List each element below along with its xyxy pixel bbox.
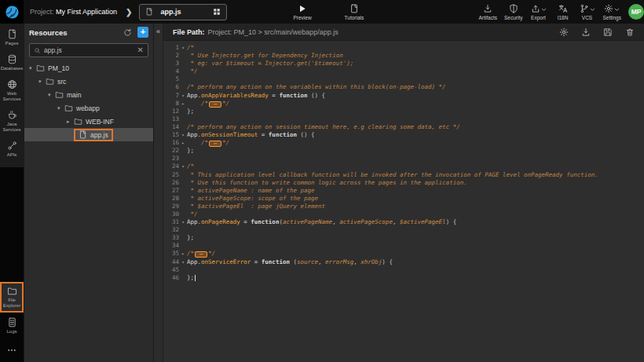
sidebar-item-file-explorer[interactable]: File Explorer bbox=[0, 282, 24, 313]
fold-marker bbox=[179, 108, 187, 115]
tree-item-app-js[interactable]: app.js bbox=[24, 128, 153, 141]
line-number: 28 bbox=[163, 195, 179, 203]
line-number: 7 bbox=[163, 92, 179, 100]
preview-button[interactable]: Preview bbox=[293, 4, 311, 20]
fold-marker[interactable]: ▸ bbox=[179, 250, 187, 258]
search-input[interactable] bbox=[44, 46, 137, 54]
code-line[interactable]: 29 * $activePageEl : page jQuery element bbox=[163, 203, 644, 210]
code-line[interactable]: 28 * activePageScope: scope of the page bbox=[163, 195, 644, 203]
tree-expand-icon[interactable]: ▾ bbox=[29, 65, 36, 71]
fold-marker[interactable]: ▸ bbox=[179, 139, 187, 147]
sidebar-item-label: Databases bbox=[1, 66, 24, 71]
code-editor[interactable]: 1▾/*2 * Use Injector.get for Dependency … bbox=[163, 41, 644, 362]
code-line[interactable]: 8▸ /*⋯*/ bbox=[163, 100, 644, 108]
code-line[interactable]: 35▸/*⋯*/ bbox=[163, 250, 644, 258]
fold-marker bbox=[179, 266, 187, 274]
code-line[interactable]: 14/* perform any action on session timeo… bbox=[163, 123, 644, 131]
fold-marker[interactable]: ▾ bbox=[179, 92, 187, 100]
code-line[interactable]: 25 * This application level callback fun… bbox=[163, 171, 644, 179]
code-line[interactable]: 3 * eg: var $timeout = Injector.get('$ti… bbox=[163, 60, 644, 68]
topbar-item-export[interactable]: Export bbox=[530, 4, 547, 20]
tree-expand-icon[interactable]: ▾ bbox=[57, 105, 64, 112]
sidebar-item-pages[interactable]: Pages bbox=[0, 29, 24, 46]
code-line[interactable]: 6/* perform any action on the variables … bbox=[163, 83, 644, 91]
code-line[interactable]: 26 * Use this function to write common l… bbox=[163, 179, 644, 187]
code-line[interactable]: 27 * activePageName : name of the page bbox=[163, 187, 644, 195]
tutorial-highlight-box: app.js bbox=[74, 129, 113, 141]
collapse-panel-icon[interactable]: « bbox=[154, 27, 163, 35]
code-line[interactable]: 4 */ bbox=[163, 68, 644, 75]
tree-expand-icon[interactable]: ▾ bbox=[38, 79, 46, 85]
code-line[interactable]: 33}; bbox=[163, 234, 644, 242]
code-token: * eg: var $timeout = Injector.get('$time… bbox=[187, 60, 353, 67]
topbar-item-security[interactable]: Security bbox=[504, 4, 522, 20]
code-line[interactable]: 1▾/* bbox=[163, 44, 644, 52]
folder-icon bbox=[46, 77, 57, 86]
code-line[interactable]: 30 */ bbox=[163, 210, 644, 218]
fold-marker[interactable]: ▾ bbox=[179, 218, 187, 226]
sidebar-item-apis[interactable]: APIs bbox=[0, 141, 24, 158]
clear-search-icon[interactable]: ✕ bbox=[137, 46, 144, 54]
tree-item-label: app.js bbox=[90, 131, 108, 139]
topbar-item-artifacts[interactable]: Artifacts bbox=[479, 4, 497, 20]
fold-marker[interactable]: ▸ bbox=[179, 100, 187, 108]
code-token: */ bbox=[187, 68, 198, 75]
avatar[interactable]: MP bbox=[628, 4, 644, 20]
code-line[interactable]: 16▸ /*⋯*/ bbox=[163, 139, 644, 147]
fold-marker[interactable]: ▾ bbox=[179, 163, 187, 170]
code-line[interactable]: 46}; bbox=[163, 274, 644, 282]
code-line[interactable]: 22}; bbox=[163, 147, 644, 155]
code-line[interactable]: 32 bbox=[163, 226, 644, 234]
tree-expand-icon[interactable]: ▾ bbox=[48, 92, 55, 98]
fold-marker[interactable]: ▾ bbox=[179, 44, 187, 52]
code-line[interactable]: 34 bbox=[163, 242, 644, 250]
code-line[interactable]: 15▾App.onSessionTimeout = function () { bbox=[163, 131, 644, 139]
app-logo[interactable] bbox=[0, 0, 24, 24]
code-line[interactable]: 31▾App.onPageReady = function(activePage… bbox=[163, 218, 644, 226]
tree-item-pm-10[interactable]: ▾PM_10 bbox=[24, 61, 153, 75]
apis-icon bbox=[7, 141, 17, 151]
sidebar-item-label: Java Services bbox=[0, 122, 24, 133]
tree-expand-icon[interactable]: ▸ bbox=[67, 119, 74, 125]
code-line[interactable]: 44▾App.onServiceError = function (source… bbox=[163, 258, 644, 266]
folded-code-chip[interactable]: ⋯ bbox=[209, 141, 221, 147]
topbar-item-vcs[interactable]: VCS bbox=[579, 4, 596, 20]
tree-item-webapp[interactable]: ▾webapp bbox=[24, 101, 153, 115]
tutorials-button[interactable]: Tutorials bbox=[345, 4, 364, 20]
tree-item-src[interactable]: ▾src bbox=[24, 75, 153, 88]
save-button[interactable] bbox=[603, 27, 613, 37]
folded-code-chip[interactable]: ⋯ bbox=[195, 251, 207, 258]
fold-marker bbox=[179, 83, 187, 91]
open-file-tab[interactable]: app.js bbox=[139, 4, 227, 20]
delete-button[interactable] bbox=[625, 27, 635, 37]
grid-view-icon[interactable] bbox=[213, 8, 221, 16]
tree-item-main[interactable]: ▾main bbox=[24, 88, 153, 101]
topbar-item-settings[interactable]: Settings bbox=[603, 4, 622, 20]
code-line[interactable]: 13 bbox=[163, 115, 644, 123]
fold-marker[interactable]: ▾ bbox=[179, 131, 187, 139]
code-line[interactable]: 7▾App.onAppVariablesReady = function () … bbox=[163, 92, 644, 100]
code-line[interactable]: 2 * Use Injector.get for Dependency Inje… bbox=[163, 52, 644, 60]
sidebar-item-java-services[interactable]: Java Services bbox=[0, 110, 24, 133]
refresh-icon[interactable] bbox=[123, 28, 132, 37]
sidebar-item-logs[interactable]: Logs bbox=[0, 317, 24, 335]
download-button[interactable] bbox=[581, 27, 591, 37]
sidebar-item-web-services[interactable]: Web Services bbox=[0, 79, 24, 102]
settings-button[interactable] bbox=[559, 27, 569, 37]
folded-code-chip[interactable]: ⋯ bbox=[209, 101, 221, 108]
code-line[interactable]: 5 bbox=[163, 75, 644, 83]
tree-item-web-inf[interactable]: ▸WEB-INF bbox=[24, 115, 153, 128]
code-line[interactable]: 12}; bbox=[163, 108, 644, 115]
code-token: activePageName bbox=[283, 218, 332, 225]
add-resource-button[interactable]: + bbox=[137, 27, 148, 38]
more-options-button[interactable] bbox=[0, 342, 24, 358]
code-line[interactable]: 45 bbox=[163, 266, 644, 274]
sidebar-item-databases[interactable]: Databases bbox=[0, 54, 24, 71]
topbar-item-i18n[interactable]: I18N bbox=[554, 4, 572, 20]
fold-marker[interactable]: ▾ bbox=[179, 258, 187, 266]
code-line[interactable]: 23 bbox=[163, 155, 644, 163]
code-token: */ bbox=[187, 210, 198, 218]
fold-marker bbox=[179, 52, 187, 60]
preview-label: Preview bbox=[293, 15, 311, 20]
code-line[interactable]: 24▾/* bbox=[163, 163, 644, 170]
